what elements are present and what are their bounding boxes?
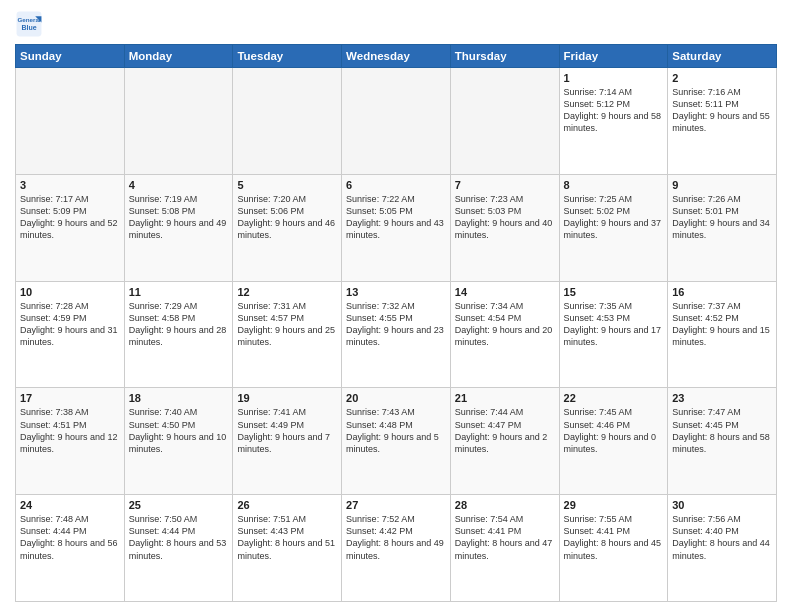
- day-info: Sunrise: 7:25 AM Sunset: 5:02 PM Dayligh…: [564, 193, 664, 242]
- day-info: Sunrise: 7:23 AM Sunset: 5:03 PM Dayligh…: [455, 193, 555, 242]
- day-number: 6: [346, 179, 446, 191]
- day-number: 24: [20, 499, 120, 511]
- calendar-cell: 19Sunrise: 7:41 AM Sunset: 4:49 PM Dayli…: [233, 388, 342, 495]
- day-info: Sunrise: 7:22 AM Sunset: 5:05 PM Dayligh…: [346, 193, 446, 242]
- week-row-1: 1Sunrise: 7:14 AM Sunset: 5:12 PM Daylig…: [16, 68, 777, 175]
- day-info: Sunrise: 7:34 AM Sunset: 4:54 PM Dayligh…: [455, 300, 555, 349]
- day-info: Sunrise: 7:47 AM Sunset: 4:45 PM Dayligh…: [672, 406, 772, 455]
- day-number: 22: [564, 392, 664, 404]
- calendar-cell: 7Sunrise: 7:23 AM Sunset: 5:03 PM Daylig…: [450, 174, 559, 281]
- logo: General Blue: [15, 10, 43, 38]
- svg-text:Blue: Blue: [21, 24, 36, 31]
- day-info: Sunrise: 7:54 AM Sunset: 4:41 PM Dayligh…: [455, 513, 555, 562]
- weekday-header-saturday: Saturday: [668, 45, 777, 68]
- day-number: 14: [455, 286, 555, 298]
- calendar-cell: 8Sunrise: 7:25 AM Sunset: 5:02 PM Daylig…: [559, 174, 668, 281]
- day-info: Sunrise: 7:38 AM Sunset: 4:51 PM Dayligh…: [20, 406, 120, 455]
- day-info: Sunrise: 7:45 AM Sunset: 4:46 PM Dayligh…: [564, 406, 664, 455]
- calendar-cell: 12Sunrise: 7:31 AM Sunset: 4:57 PM Dayli…: [233, 281, 342, 388]
- day-info: Sunrise: 7:14 AM Sunset: 5:12 PM Dayligh…: [564, 86, 664, 135]
- calendar-cell: [124, 68, 233, 175]
- day-number: 11: [129, 286, 229, 298]
- week-row-2: 3Sunrise: 7:17 AM Sunset: 5:09 PM Daylig…: [16, 174, 777, 281]
- day-info: Sunrise: 7:48 AM Sunset: 4:44 PM Dayligh…: [20, 513, 120, 562]
- day-info: Sunrise: 7:31 AM Sunset: 4:57 PM Dayligh…: [237, 300, 337, 349]
- day-info: Sunrise: 7:37 AM Sunset: 4:52 PM Dayligh…: [672, 300, 772, 349]
- day-info: Sunrise: 7:16 AM Sunset: 5:11 PM Dayligh…: [672, 86, 772, 135]
- day-info: Sunrise: 7:51 AM Sunset: 4:43 PM Dayligh…: [237, 513, 337, 562]
- day-info: Sunrise: 7:29 AM Sunset: 4:58 PM Dayligh…: [129, 300, 229, 349]
- day-info: Sunrise: 7:20 AM Sunset: 5:06 PM Dayligh…: [237, 193, 337, 242]
- calendar-cell: 20Sunrise: 7:43 AM Sunset: 4:48 PM Dayli…: [342, 388, 451, 495]
- calendar-cell: 6Sunrise: 7:22 AM Sunset: 5:05 PM Daylig…: [342, 174, 451, 281]
- calendar-cell: 4Sunrise: 7:19 AM Sunset: 5:08 PM Daylig…: [124, 174, 233, 281]
- day-number: 16: [672, 286, 772, 298]
- day-info: Sunrise: 7:17 AM Sunset: 5:09 PM Dayligh…: [20, 193, 120, 242]
- day-number: 30: [672, 499, 772, 511]
- day-number: 25: [129, 499, 229, 511]
- calendar-cell: 25Sunrise: 7:50 AM Sunset: 4:44 PM Dayli…: [124, 495, 233, 602]
- day-info: Sunrise: 7:55 AM Sunset: 4:41 PM Dayligh…: [564, 513, 664, 562]
- day-number: 15: [564, 286, 664, 298]
- calendar-cell: 11Sunrise: 7:29 AM Sunset: 4:58 PM Dayli…: [124, 281, 233, 388]
- day-info: Sunrise: 7:19 AM Sunset: 5:08 PM Dayligh…: [129, 193, 229, 242]
- calendar-cell: 15Sunrise: 7:35 AM Sunset: 4:53 PM Dayli…: [559, 281, 668, 388]
- calendar-cell: 16Sunrise: 7:37 AM Sunset: 4:52 PM Dayli…: [668, 281, 777, 388]
- day-number: 19: [237, 392, 337, 404]
- day-info: Sunrise: 7:32 AM Sunset: 4:55 PM Dayligh…: [346, 300, 446, 349]
- day-number: 18: [129, 392, 229, 404]
- weekday-header-wednesday: Wednesday: [342, 45, 451, 68]
- day-info: Sunrise: 7:40 AM Sunset: 4:50 PM Dayligh…: [129, 406, 229, 455]
- week-row-5: 24Sunrise: 7:48 AM Sunset: 4:44 PM Dayli…: [16, 495, 777, 602]
- calendar-cell: 14Sunrise: 7:34 AM Sunset: 4:54 PM Dayli…: [450, 281, 559, 388]
- week-row-3: 10Sunrise: 7:28 AM Sunset: 4:59 PM Dayli…: [16, 281, 777, 388]
- weekday-header-friday: Friday: [559, 45, 668, 68]
- calendar-table: SundayMondayTuesdayWednesdayThursdayFrid…: [15, 44, 777, 602]
- day-number: 27: [346, 499, 446, 511]
- calendar-cell: [16, 68, 125, 175]
- calendar-cell: 13Sunrise: 7:32 AM Sunset: 4:55 PM Dayli…: [342, 281, 451, 388]
- day-number: 9: [672, 179, 772, 191]
- calendar-cell: 27Sunrise: 7:52 AM Sunset: 4:42 PM Dayli…: [342, 495, 451, 602]
- calendar-cell: 18Sunrise: 7:40 AM Sunset: 4:50 PM Dayli…: [124, 388, 233, 495]
- day-number: 26: [237, 499, 337, 511]
- day-info: Sunrise: 7:50 AM Sunset: 4:44 PM Dayligh…: [129, 513, 229, 562]
- weekday-header-row: SundayMondayTuesdayWednesdayThursdayFrid…: [16, 45, 777, 68]
- day-info: Sunrise: 7:52 AM Sunset: 4:42 PM Dayligh…: [346, 513, 446, 562]
- weekday-header-sunday: Sunday: [16, 45, 125, 68]
- calendar-cell: 9Sunrise: 7:26 AM Sunset: 5:01 PM Daylig…: [668, 174, 777, 281]
- calendar-cell: 3Sunrise: 7:17 AM Sunset: 5:09 PM Daylig…: [16, 174, 125, 281]
- calendar-cell: 21Sunrise: 7:44 AM Sunset: 4:47 PM Dayli…: [450, 388, 559, 495]
- weekday-header-thursday: Thursday: [450, 45, 559, 68]
- day-number: 12: [237, 286, 337, 298]
- day-info: Sunrise: 7:35 AM Sunset: 4:53 PM Dayligh…: [564, 300, 664, 349]
- calendar-cell: 26Sunrise: 7:51 AM Sunset: 4:43 PM Dayli…: [233, 495, 342, 602]
- day-number: 28: [455, 499, 555, 511]
- day-number: 7: [455, 179, 555, 191]
- logo-icon: General Blue: [15, 10, 43, 38]
- day-info: Sunrise: 7:28 AM Sunset: 4:59 PM Dayligh…: [20, 300, 120, 349]
- day-info: Sunrise: 7:41 AM Sunset: 4:49 PM Dayligh…: [237, 406, 337, 455]
- day-number: 1: [564, 72, 664, 84]
- calendar-cell: [342, 68, 451, 175]
- weekday-header-monday: Monday: [124, 45, 233, 68]
- day-number: 29: [564, 499, 664, 511]
- day-number: 5: [237, 179, 337, 191]
- calendar-cell: [450, 68, 559, 175]
- day-number: 4: [129, 179, 229, 191]
- calendar-cell: 5Sunrise: 7:20 AM Sunset: 5:06 PM Daylig…: [233, 174, 342, 281]
- calendar-cell: 29Sunrise: 7:55 AM Sunset: 4:41 PM Dayli…: [559, 495, 668, 602]
- header: General Blue: [15, 10, 777, 38]
- calendar-cell: 2Sunrise: 7:16 AM Sunset: 5:11 PM Daylig…: [668, 68, 777, 175]
- calendar-cell: 24Sunrise: 7:48 AM Sunset: 4:44 PM Dayli…: [16, 495, 125, 602]
- calendar-cell: 10Sunrise: 7:28 AM Sunset: 4:59 PM Dayli…: [16, 281, 125, 388]
- day-number: 10: [20, 286, 120, 298]
- week-row-4: 17Sunrise: 7:38 AM Sunset: 4:51 PM Dayli…: [16, 388, 777, 495]
- day-number: 8: [564, 179, 664, 191]
- day-info: Sunrise: 7:26 AM Sunset: 5:01 PM Dayligh…: [672, 193, 772, 242]
- day-number: 21: [455, 392, 555, 404]
- page: General Blue SundayMondayTuesdayWednesda…: [0, 0, 792, 612]
- day-number: 20: [346, 392, 446, 404]
- calendar-cell: 30Sunrise: 7:56 AM Sunset: 4:40 PM Dayli…: [668, 495, 777, 602]
- day-number: 3: [20, 179, 120, 191]
